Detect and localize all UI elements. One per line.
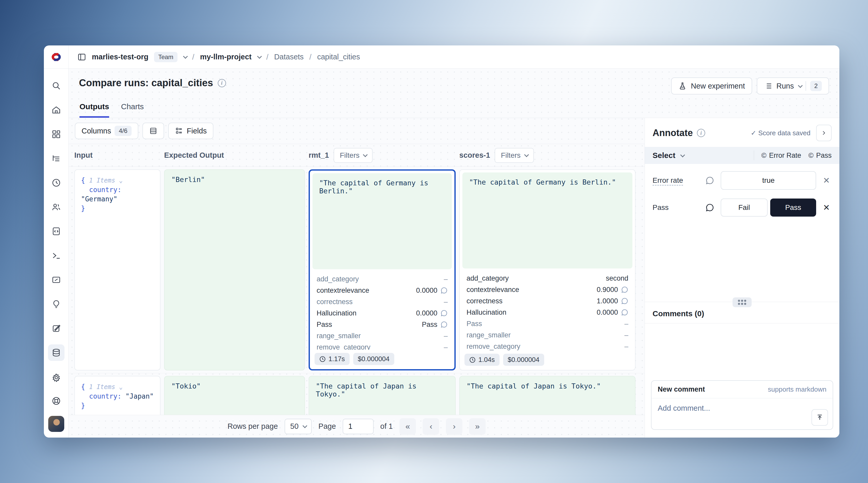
columns-button[interactable]: Columns 4/6 [75,123,138,139]
field-label: Pass [653,204,699,212]
page-count-label: of 1 [380,422,393,431]
page-number-input[interactable] [343,419,374,434]
spec-select-dropdown[interactable]: Select [653,151,684,160]
runs-button[interactable]: Runs 2 [757,78,829,94]
home-icon[interactable] [48,102,64,118]
breadcrumb-separator: / [309,53,311,61]
first-page-button[interactable]: « [399,418,416,435]
markdown-hint: supports markdown [768,385,827,393]
rmt1-output-cell-selected[interactable]: "The capital of Germany is Berlin." add_… [309,169,456,370]
model-output-text: "The capital of Germany is Berlin." [462,173,632,269]
playground-icon[interactable] [48,320,64,337]
comment-bubble-icon[interactable] [621,286,628,293]
terminal-icon[interactable] [48,247,64,264]
column-header-input[interactable]: Input [74,151,160,159]
chevron-down-icon[interactable] [257,54,261,59]
info-icon[interactable]: i [697,129,705,137]
expected-output-cell[interactable]: "Tokio" [164,376,305,415]
tab-outputs[interactable]: Outputs [80,102,109,118]
metric-value: Pass [422,321,448,329]
metric-label: add_category [466,274,509,282]
filters-button-rmt1[interactable]: Filters [334,148,373,163]
history-clock-icon[interactable] [48,175,64,191]
fields-button[interactable]: Fields [168,123,213,139]
cost-chip: $0.000004 [503,354,544,366]
comment-placeholder: Add comment... [658,404,710,412]
team-badge: Team [154,52,178,62]
comment-input[interactable]: Add comment... [652,398,833,429]
help-lifering-icon[interactable] [48,393,64,409]
divider [806,81,806,91]
metric-value: second [606,274,628,282]
comment-bubble-icon[interactable] [704,176,715,185]
rmt1-output-cell[interactable]: "The capital of Japan is Tokyo." [309,376,456,415]
breadcrumb-project[interactable]: my-llm-project [200,53,252,61]
breadcrumb-datasets[interactable]: Datasets [274,53,304,61]
metric-value: – [444,332,448,340]
metric-label: correctness [466,297,503,305]
last-page-button[interactable]: » [469,418,486,435]
filters-button-scores1[interactable]: Filters [495,148,534,163]
fail-button[interactable]: Fail [721,199,768,217]
metric-label: contextrelevance [317,286,369,295]
fields-icon [175,127,183,135]
collapse-panel-button[interactable] [816,125,832,141]
metric-value: – [444,298,448,306]
clear-pass-button[interactable]: ✕ [821,203,832,212]
dashboard-icon[interactable] [48,126,64,143]
spec-chip-error-rate[interactable]: ©Error Rate [762,152,801,159]
model-output-text: "The capital of Japan is Tokyo." [460,376,635,396]
breadcrumb-separator: / [192,53,194,61]
comment-bubble-icon[interactable] [621,309,628,316]
expected-output-cell[interactable]: "Berlin" [164,169,305,370]
annotation-field-pass: Pass Fail Pass ✕ [653,199,832,217]
next-page-button[interactable]: › [446,418,462,435]
pagination-bar: Rows per page 50 Page of 1 « ‹ › » [69,415,645,437]
submit-comment-button[interactable] [811,409,828,426]
app-logo[interactable] [44,46,68,69]
breadcrumb-dataset[interactable]: capital_cities [317,53,360,61]
metrics-list: add_categorysecond contextrelevance0.900… [460,271,635,351]
lightbulb-icon[interactable] [48,296,64,312]
comment-bubble-icon[interactable] [440,321,448,328]
info-icon[interactable]: i [218,79,226,87]
scores1-output-cell[interactable]: "The capital of Japan is Tokyo." [459,376,636,415]
metric-label: range_smaller [466,331,510,339]
evaluations-icon[interactable] [48,272,64,288]
metric-label: Hallucination [466,308,506,316]
traces-tree-icon[interactable] [48,150,64,167]
spec-chip-pass[interactable]: ©Pass [808,152,832,159]
drag-handle[interactable] [733,297,752,307]
tab-charts[interactable]: Charts [121,102,144,118]
comment-bubble-icon[interactable] [440,287,448,294]
comment-bubble-icon[interactable] [621,297,628,305]
datasets-icon[interactable] [48,344,64,361]
chevron-down-icon[interactable] [183,54,188,59]
input-cell[interactable]: { 1 Items ⌄ country: "Japan" } [74,376,160,415]
breadcrumb-org[interactable]: marlies-test-org [92,53,148,61]
search-icon[interactable] [48,78,64,94]
page-size-select[interactable]: 50 [285,419,312,434]
cost-chip: $0.000004 [353,353,394,365]
json-items-toggle[interactable]: 1 Items ⌄ [89,383,123,391]
prev-page-button[interactable]: ‹ [423,418,439,435]
comment-bubble-dots-icon[interactable] [704,203,715,212]
scores1-output-cell[interactable]: "The capital of Germany is Berlin." add_… [459,169,636,370]
json-items-toggle[interactable]: 1 Items ⌄ [89,177,123,184]
user-avatar[interactable] [48,416,64,432]
column-header-expected-output[interactable]: Expected Output [164,151,305,159]
settings-gear-icon[interactable] [48,369,64,386]
pass-button[interactable]: Pass [770,199,816,217]
divider [754,151,754,160]
input-cell[interactable]: { 1 Items ⌄ country: "Germany" } [74,169,160,370]
error-rate-input[interactable] [721,171,816,190]
file-code-icon[interactable] [48,223,64,240]
comment-bubble-icon[interactable] [440,309,448,317]
users-icon[interactable] [48,199,64,215]
sidebar-toggle-icon[interactable] [78,53,86,61]
chevron-down-icon [303,423,307,428]
table-row: { 1 Items ⌄ country: "Japan" } "Tokio" [69,373,645,415]
new-experiment-button[interactable]: New experiment [671,78,752,94]
row-height-button[interactable] [143,123,164,139]
clear-error-rate-button[interactable]: ✕ [821,176,832,185]
